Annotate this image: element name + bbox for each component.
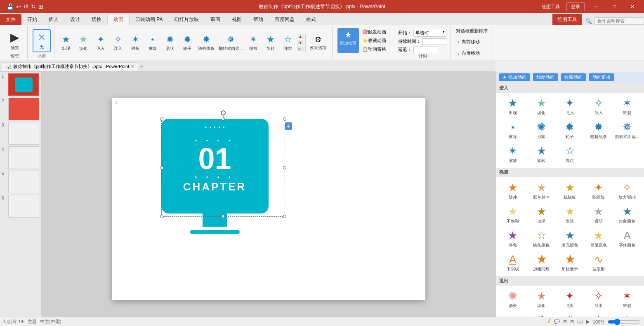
emph-wave[interactable]: ∿波浪形 <box>585 251 612 274</box>
anim-scroll-up[interactable]: ▲ <box>297 34 304 39</box>
login-button[interactable]: 登录 <box>566 2 585 11</box>
emph-brush-color[interactable]: ★画笔颜色 <box>585 227 612 250</box>
normal-view-button[interactable]: ⊞ <box>563 319 567 324</box>
zoom-slider[interactable] <box>608 319 641 325</box>
handle-top-left[interactable] <box>160 117 163 121</box>
enter-wheel[interactable]: ✹轮子 <box>557 119 583 141</box>
emph-complement-color[interactable]: ★补色 <box>499 227 526 250</box>
search-input[interactable] <box>594 17 644 25</box>
enter-random-bars[interactable]: ✸随机线条 <box>585 119 612 141</box>
slide-thumb-2[interactable]: 2 <box>2 98 39 120</box>
emph-bold-flash[interactable]: ★加粗闪烁 <box>528 251 554 274</box>
anim-scroll-down[interactable]: ▼ <box>297 40 304 45</box>
rotation-handle[interactable] <box>221 110 226 115</box>
emph-underline[interactable]: A下划线 <box>499 251 526 274</box>
anim-wipe-btn[interactable]: ⋆ 擦除 <box>144 33 161 52</box>
panel-trigger-button[interactable]: 触发动画 <box>533 73 558 81</box>
handle-bottom-left[interactable] <box>160 215 163 218</box>
no-animation-button[interactable]: ✕ 无 <box>33 29 51 52</box>
chapter-graphic-container[interactable]: ● ● ● ● ● ● ● ● ● 01 ● ● ● ● CHAPTER <box>161 119 285 255</box>
emph-object-color[interactable]: ★对象颜色 <box>614 204 641 226</box>
slide-preview-5[interactable] <box>8 171 39 193</box>
tab-home[interactable]: 开始 <box>21 14 43 25</box>
exit-fade[interactable]: ★淡化 <box>528 288 554 310</box>
anim-random-bars-btn[interactable]: ✸ 随机线条 <box>196 33 216 52</box>
slide-thumb-6[interactable]: 6 <box>2 195 39 218</box>
tab-view[interactable]: 视图 <box>226 14 248 25</box>
emph-darken[interactable]: ★加深 <box>528 204 554 226</box>
panel-add-anim-button[interactable]: ★ 添加动画 <box>499 73 530 81</box>
anim-zoom-rotate-btn[interactable]: ✵ 翻转式由远... <box>217 33 244 52</box>
notes-button[interactable]: 📝 <box>545 319 551 324</box>
enter-bounce[interactable]: ☆弹跳 <box>557 143 583 165</box>
slide-preview-2[interactable] <box>8 98 39 120</box>
anim-shape-btn[interactable]: ✺ 形状 <box>162 33 178 52</box>
panel-settings-button[interactable]: 动画窗格 <box>589 73 614 81</box>
tab-animation[interactable]: 动画 <box>107 14 130 25</box>
slide-thumb-4[interactable]: 4 <box>2 146 39 169</box>
start-dropdown[interactable]: 单击时 ▼ <box>413 29 446 37</box>
handle-top-right[interactable] <box>283 117 286 121</box>
slide-thumb-5[interactable]: 5 <box>2 171 39 193</box>
anim-zoom-btn[interactable]: ✴ 缩放 <box>245 33 262 52</box>
enter-split[interactable]: ✶劈裂 <box>614 95 641 117</box>
anim-fade-btn[interactable]: ★ 淡化 <box>75 33 92 52</box>
add-tab-button[interactable]: + <box>140 63 144 70</box>
exit-split[interactable]: ✶劈裂 <box>614 288 641 310</box>
slide-preview-1[interactable] <box>8 73 39 96</box>
redo-icon[interactable]: ↺ <box>24 3 28 10</box>
refresh-icon[interactable]: ↻ <box>31 3 36 10</box>
enter-fade[interactable]: ★淡化 <box>528 95 554 117</box>
close-button[interactable]: ✕ <box>624 2 641 11</box>
tab-transition[interactable]: 切换 <box>86 14 107 25</box>
enter-wipe[interactable]: ⋆擦除 <box>499 119 526 141</box>
move-forward-button[interactable]: ↑向前移动 <box>456 38 488 46</box>
add-element-button[interactable]: + <box>285 122 292 130</box>
panel-collect-button[interactable]: 收藏动画 <box>561 73 586 81</box>
close-tab-icon[interactable]: ✕ <box>131 64 134 69</box>
exit-disappear[interactable]: ✺消失 <box>499 288 526 310</box>
trigger-animation-button[interactable]: 🎯 触发动画 <box>361 28 389 36</box>
active-doc-tab[interactable]: 📊 教你制作《ppt制作工作概述章节切换》.pptx - PowerPoint … <box>2 62 138 70</box>
delay-input[interactable] <box>413 47 438 53</box>
preview-button[interactable]: ▶ 预览 <box>6 29 24 52</box>
emph-pulse[interactable]: ★脉冲 <box>499 180 526 202</box>
anim-fly-in-btn[interactable]: ✦ 飞入 <box>92 33 109 52</box>
emph-line-color[interactable]: ☆线条颜色 <box>528 227 554 250</box>
enter-swivel[interactable]: ✵翻转式由远... <box>614 119 641 141</box>
enter-appear[interactable]: ★出现 <box>499 95 526 117</box>
anim-split-btn[interactable]: ✶ 劈裂 <box>127 33 144 52</box>
enter-zoom[interactable]: ✴缩放 <box>499 143 526 165</box>
emph-bold-reveal[interactable]: ★加粗展示 <box>557 251 583 274</box>
enter-shape[interactable]: ✺形状 <box>528 119 554 141</box>
emph-font-color[interactable]: A字体颜色 <box>614 227 641 250</box>
collect-animation-button[interactable]: ⭐ 收藏动画 <box>361 37 389 45</box>
handle-bottom-right[interactable] <box>283 215 286 218</box>
tab-drawing-tools[interactable]: 绘图工具 <box>552 14 582 25</box>
handle-middle-right[interactable] <box>283 166 286 169</box>
emph-lighten[interactable]: ★变淡 <box>557 204 583 226</box>
tab-help[interactable]: 帮助 <box>248 14 269 25</box>
enter-float-in[interactable]: ✧浮入 <box>585 95 612 117</box>
emph-color-pulse[interactable]: ★彩色脉冲 <box>528 180 554 202</box>
enter-fly-in[interactable]: ✦飞入 <box>557 95 583 117</box>
tab-baidu[interactable]: 百度网盘 <box>269 14 300 25</box>
enter-rotate[interactable]: ★旋转 <box>528 143 554 165</box>
anim-rotate-btn[interactable]: ★ 旋转 <box>262 33 279 52</box>
slideshow-button[interactable]: ▶ <box>586 319 590 324</box>
add-animation-button[interactable]: ★ 添加动画 <box>337 28 359 53</box>
save-icon[interactable]: 💾 <box>7 3 14 10</box>
anim-wheel-btn[interactable]: ✹ 轮子 <box>179 33 196 52</box>
anim-appear-btn[interactable]: ★ 出现 <box>58 33 74 52</box>
tab-slideshow[interactable]: 幻灯片放映 <box>168 14 205 25</box>
tab-format[interactable]: 格式 <box>300 14 322 25</box>
emph-desaturate[interactable]: ★不饱和 <box>499 204 526 226</box>
undo-icon[interactable]: ↩ <box>16 3 21 10</box>
animation-pane-button[interactable]: 📋 动画窗格 <box>361 45 389 53</box>
exit-float-out[interactable]: ✧浮出 <box>585 288 612 310</box>
effect-options-btn[interactable]: ⚙ 效果选项 <box>308 34 328 52</box>
emph-teeter[interactable]: ★跷跷板 <box>557 180 583 202</box>
tab-design[interactable]: 设计 <box>64 14 86 25</box>
slide-preview-6[interactable] <box>8 195 39 218</box>
slide-sorter-button[interactable]: ⊟ <box>570 319 574 324</box>
